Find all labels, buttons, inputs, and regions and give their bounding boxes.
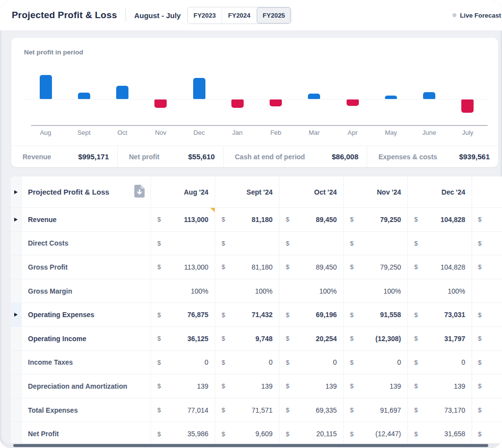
row-label-depreciation-and-amortization[interactable]: Depreciation and Amortization	[22, 374, 151, 398]
table-header-gutter[interactable]	[11, 176, 22, 208]
expand-arrow-icon[interactable]	[14, 218, 18, 222]
chart-bar-feb[interactable]	[270, 100, 282, 106]
cell-gross-profit-sept-24[interactable]: $81,180	[215, 255, 279, 279]
chart-bar-july[interactable]	[461, 100, 474, 113]
cell-gross-profit-nov-24[interactable]: $79,250	[344, 255, 408, 279]
cell-net-profit-dec-24[interactable]: $31,658	[408, 422, 472, 446]
cell-direct-costs-nov-24[interactable]: $	[344, 232, 408, 256]
cell-net-profit-sept-24[interactable]: $9,609	[215, 422, 279, 446]
cell-gross-margin-oct-24[interactable]: 100%	[279, 279, 344, 303]
chart-bar-sept[interactable]	[78, 93, 90, 99]
cell-direct-costs-dec-24[interactable]: $	[408, 232, 472, 256]
cell-gross-margin-sept-24[interactable]: 100%	[215, 279, 279, 303]
chart-bar-oct[interactable]	[116, 86, 128, 99]
column-header-sept-24[interactable]: Sept '24	[215, 176, 279, 208]
cell-total-expenses-sept-24[interactable]: $71,571	[215, 398, 279, 423]
row-label-gross-margin[interactable]: Gross Margin	[22, 279, 151, 303]
cell-operating-expenses-oct-24[interactable]: $69,196	[279, 303, 344, 327]
row-label-net-profit[interactable]: Net Profit	[22, 422, 151, 446]
cell-total-expenses-partial[interactable]: $	[472, 398, 502, 423]
cell-direct-costs-aug-24[interactable]: $	[151, 232, 215, 256]
cell-operating-income-aug-24[interactable]: $36,125	[151, 327, 215, 351]
column-header-aug-24[interactable]: Aug '24	[151, 176, 215, 208]
chart-bar-mar[interactable]	[308, 94, 320, 99]
cell-gross-profit-aug-24[interactable]: $113,000	[151, 255, 215, 279]
cell-depreciation-and-amortization-dec-24[interactable]: $139	[408, 374, 472, 398]
cell-gross-margin-partial[interactable]	[472, 279, 502, 303]
cell-gross-profit-partial[interactable]: $	[472, 255, 502, 279]
cell-operating-income-oct-24[interactable]: $20,254	[279, 327, 344, 351]
horizontal-scrollbar-thumb[interactable]	[13, 444, 488, 447]
cell-operating-income-sept-24[interactable]: $9,748	[215, 327, 279, 351]
cell-total-expenses-aug-24[interactable]: $77,014	[151, 398, 215, 423]
chart-bar-jan[interactable]	[231, 100, 244, 108]
cell-direct-costs-sept-24[interactable]: $	[215, 232, 279, 256]
tab-fy2024[interactable]: FY2024	[222, 7, 256, 24]
cell-gross-profit-oct-24[interactable]: $89,450	[279, 255, 344, 279]
chart-bar-aug[interactable]	[40, 75, 52, 99]
cell-operating-income-partial[interactable]: $	[472, 327, 502, 351]
cell-direct-costs-partial[interactable]: $	[472, 232, 502, 256]
cell-net-profit-nov-24[interactable]: $(12,447)	[344, 422, 408, 446]
column-header-dec-24[interactable]: Dec '24	[408, 176, 472, 208]
cell-net-profit-partial[interactable]: $	[472, 422, 502, 446]
cell-income-taxes-nov-24[interactable]: $0	[344, 351, 408, 375]
cell-income-taxes-aug-24[interactable]: $0	[151, 351, 215, 375]
cell-net-profit-oct-24[interactable]: $20,115	[279, 422, 344, 446]
row-label-operating-income[interactable]: Operating Income	[22, 327, 151, 351]
cell-direct-costs-oct-24[interactable]: $	[279, 232, 344, 256]
cell-gross-margin-dec-24[interactable]: 100%	[408, 279, 472, 303]
cell-depreciation-and-amortization-sept-24[interactable]: $139	[215, 374, 279, 398]
row-label-gross-profit[interactable]: Gross Profit	[22, 255, 151, 279]
cell-net-profit-aug-24[interactable]: $35,986	[151, 422, 215, 446]
column-header-oct-24[interactable]: Oct '24	[279, 176, 344, 208]
expand-arrow-icon[interactable]	[14, 313, 18, 317]
cell-gross-profit-dec-24[interactable]: $104,828	[408, 255, 472, 279]
x-axis-label-oct: Oct	[117, 129, 127, 136]
cell-income-taxes-dec-24[interactable]: $0	[408, 351, 472, 375]
cell-total-expenses-nov-24[interactable]: $91,697	[344, 398, 408, 423]
cell-operating-expenses-partial[interactable]: $	[472, 303, 502, 327]
cell-income-taxes-partial[interactable]: $	[472, 351, 502, 375]
cell-operating-expenses-aug-24[interactable]: $76,875	[151, 303, 215, 327]
cell-gross-margin-nov-24[interactable]: 100%	[344, 279, 408, 303]
cell-revenue-partial[interactable]: $	[472, 208, 502, 232]
row-label-total-expenses[interactable]: Total Expenses	[22, 398, 151, 423]
cell-operating-expenses-dec-24[interactable]: $73,031	[408, 303, 472, 327]
cell-total-expenses-dec-24[interactable]: $73,170	[408, 398, 472, 423]
cell-gross-margin-aug-24[interactable]: 100%	[151, 279, 215, 303]
expand-arrow-icon[interactable]	[14, 190, 18, 194]
cell-depreciation-and-amortization-nov-24[interactable]: $139	[344, 374, 408, 398]
chart-bar-apr[interactable]	[347, 100, 359, 106]
export-download-icon[interactable]	[134, 185, 145, 199]
row-label-direct-costs[interactable]: Direct Costs	[22, 232, 151, 256]
column-header-nov-24[interactable]: Nov '24	[344, 176, 408, 208]
cell-operating-income-dec-24[interactable]: $31,797	[408, 327, 472, 351]
cell-operating-income-nov-24[interactable]: $(12,308)	[344, 327, 408, 351]
chart-bar-dec[interactable]	[193, 78, 205, 99]
tab-fy2025[interactable]: FY2025	[256, 7, 291, 24]
row-label-revenue[interactable]: Revenue	[22, 208, 151, 232]
horizontal-scrollbar[interactable]	[0, 443, 502, 448]
cell-depreciation-and-amortization-aug-24[interactable]: $139	[151, 374, 215, 398]
cell-revenue-nov-24[interactable]: $79,250	[344, 208, 408, 232]
cell-revenue-aug-24[interactable]: $113,000	[151, 208, 215, 232]
cell-operating-expenses-nov-24[interactable]: $91,558	[344, 303, 408, 327]
row-gutter-operating-expenses[interactable]	[11, 303, 22, 327]
cell-operating-expenses-sept-24[interactable]: $71,432	[215, 303, 279, 327]
chart-bar-may[interactable]	[385, 96, 397, 99]
cell-depreciation-and-amortization-oct-24[interactable]: $139	[279, 374, 344, 398]
cell-revenue-sept-24[interactable]: $81,180	[215, 208, 279, 232]
cell-total-expenses-oct-24[interactable]: $69,335	[279, 398, 344, 423]
cell-income-taxes-oct-24[interactable]: $0	[279, 351, 344, 375]
chart-bar-june[interactable]	[423, 92, 435, 99]
cell-revenue-oct-24[interactable]: $89,450	[279, 208, 344, 232]
cell-revenue-dec-24[interactable]: $104,828	[408, 208, 472, 232]
cell-depreciation-and-amortization-partial[interactable]: $	[472, 374, 502, 398]
chart-bar-nov[interactable]	[154, 100, 167, 108]
cell-income-taxes-sept-24[interactable]: $0	[215, 351, 279, 375]
row-label-income-taxes[interactable]: Income Taxes	[22, 351, 151, 375]
row-gutter-revenue[interactable]	[11, 208, 22, 232]
tab-fy2023[interactable]: FY2023	[188, 7, 222, 24]
row-label-operating-expenses[interactable]: Operating Expenses	[22, 303, 151, 327]
